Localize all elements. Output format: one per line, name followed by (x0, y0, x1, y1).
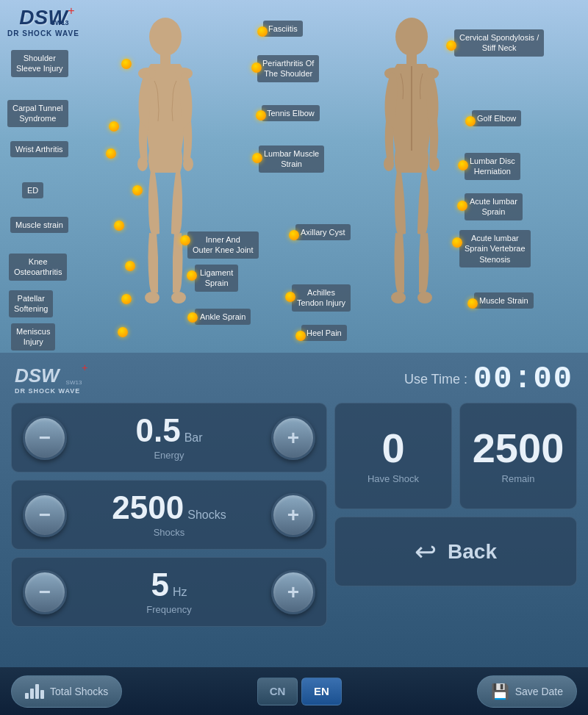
energy-value: 0.5 (135, 414, 180, 447)
chart-bar-3 (35, 684, 39, 699)
save-date-button[interactable]: 💾 Save Date (477, 675, 577, 708)
frequency-number-row: 5 Hz (151, 569, 187, 601)
total-shocks-label: Total Shocks (50, 686, 108, 697)
shocks-unit: Shocks (187, 509, 226, 522)
frequency-minus-button[interactable]: − (23, 570, 67, 614)
remain-label: Remain (502, 473, 535, 484)
dot-patellar-softening (121, 294, 132, 304)
frequency-unit: Hz (173, 586, 187, 599)
save-date-label: Save Date (515, 686, 563, 697)
svg-point-5 (183, 157, 193, 171)
top-logo: DSW + SW13 Dr Shock Wave (7, 7, 79, 37)
svg-point-15 (391, 292, 406, 303)
frequency-plus-button[interactable]: + (271, 570, 315, 614)
bottom-logo-sw13: SW13 (66, 379, 82, 386)
label-patellar-softening: PatellarSoftening (9, 290, 53, 317)
label-axillary-cyst: Axillary Cyst (295, 224, 351, 240)
logo-subtitle: Dr Shock Wave (7, 29, 79, 37)
frequency-value-area: 5 Hz Frequency (78, 569, 260, 615)
shocks-minus-button[interactable]: − (23, 493, 67, 537)
shocks-value-area: 2500 Shocks Shocks (78, 492, 260, 538)
bottom-logo: DSW + SW13 Dr Shock Wave (15, 364, 80, 395)
shocks-plus-button[interactable]: + (271, 493, 315, 537)
dot-cervical-spondylosis (446, 40, 456, 51)
shocks-value: 2500 (112, 492, 184, 524)
logo-sw13: SW13 (51, 19, 69, 26)
dot-muscle-strain-l (114, 220, 124, 231)
left-controls: − 0.5 Bar Energy + − 2500 Shocks (11, 403, 327, 645)
label-heel-pain: Heel Pain (301, 325, 347, 341)
back-button[interactable]: ↩ Back (334, 517, 577, 586)
svg-point-12 (384, 157, 394, 171)
control-panel: DSW + SW13 Dr Shock Wave Use Time : 00:0… (0, 353, 588, 715)
dot-inner-outer-knee (180, 235, 190, 245)
bar-chart-icon (25, 684, 44, 699)
energy-minus-button[interactable]: − (23, 416, 67, 460)
lang-cn-button[interactable]: CN (257, 678, 298, 705)
dot-muscle-strain-r (467, 298, 478, 309)
energy-label: Energy (154, 450, 184, 461)
bottom-logo-text: DSW (15, 364, 60, 387)
chart-bar-4 (40, 690, 44, 699)
back-arrow-icon: ↩ (415, 536, 437, 567)
svg-point-6 (145, 292, 159, 303)
label-golf-elbow: Golf Elbow (472, 110, 521, 126)
energy-value-area: 0.5 Bar Energy (78, 414, 260, 461)
use-time-value: 00:00 (473, 362, 573, 397)
label-meniscus-injury: MeniscusInjury (11, 323, 55, 351)
shocks-label: Shocks (154, 527, 185, 538)
svg-point-13 (429, 157, 440, 171)
have-shock-box: 0 Have Shock (334, 403, 452, 509)
svg-point-7 (171, 292, 186, 303)
bottom-logo-plus: + (82, 362, 87, 373)
dot-lumbar-muscle-strain (252, 153, 262, 163)
shocks-number-row: 2500 Shocks (112, 492, 226, 524)
energy-plus-button[interactable]: + (271, 416, 315, 460)
frequency-row: − 5 Hz Frequency + (11, 557, 327, 627)
anatomy-diagram: DSW + SW13 Dr Shock Wave ShoulderSleeve … (0, 0, 588, 353)
label-acute-lumbar-stenosis: Acute lumbarSprain VertebraeStenosis (459, 230, 531, 267)
controls-area: − 0.5 Bar Energy + − 2500 Shocks (0, 403, 588, 645)
dot-acute-lumbar-sprain (457, 201, 467, 211)
shocks-row: − 2500 Shocks Shocks + (11, 480, 327, 550)
label-carpal-tunnel: Carpal TunnelSyndrome (7, 100, 68, 127)
remain-value: 2500 (473, 428, 564, 469)
right-panels: 0 Have Shock 2500 Remain ↩ Back (334, 403, 577, 645)
total-shocks-button[interactable]: Total Shocks (11, 675, 122, 708)
dot-acute-lumbar-stenosis (452, 237, 462, 248)
dot-tennis-elbow (256, 110, 266, 121)
label-knee-osteoarthritis: KneeOsteoarthritis (9, 254, 67, 281)
dot-ankle-sprain (187, 312, 198, 323)
label-ankle-sprain: Ankle Sprain (195, 309, 251, 325)
svg-point-0 (149, 18, 182, 56)
floppy-disk-icon: 💾 (491, 683, 509, 700)
dot-lumbar-disc (458, 160, 468, 170)
have-shock-label: Have Shock (368, 473, 419, 484)
use-time-label: Use Time : (404, 372, 467, 387)
label-shoulder-sleeve: ShoulderSleeve Injury (11, 50, 68, 77)
frequency-value: 5 (151, 569, 168, 601)
dot-golf-elbow (465, 116, 476, 126)
lang-en-button[interactable]: EN (301, 678, 342, 705)
label-muscle-strain-l: Muscle strain (10, 217, 68, 233)
svg-point-8 (395, 18, 428, 56)
dot-fasciitis (257, 26, 268, 37)
label-tennis-elbow: Tennis Elbow (262, 105, 320, 121)
back-label: Back (448, 540, 497, 564)
dot-ed (132, 185, 143, 195)
label-inner-outer-knee: Inner AndOuter Knee Joint (187, 231, 259, 259)
label-cervical-spondylosis: Cervical Spondylosis /Stiff Neck (454, 29, 544, 57)
dot-ligament-sprain (187, 270, 197, 281)
label-wrist-arthritis: Wrist Arthritis (10, 141, 68, 157)
remain-box: 2500 Remain (459, 403, 577, 509)
dot-meniscus-injury (118, 327, 128, 337)
frequency-label: Frequency (146, 604, 191, 615)
dot-achilles-tendon (285, 292, 295, 302)
logo-plus: + (68, 4, 74, 18)
label-muscle-strain-r: Muscle Strain (474, 292, 534, 309)
label-lumbar-disc: Lumbar DiscHerniation (465, 153, 520, 180)
label-acute-lumbar-sprain: Acute lumbarSprain (465, 193, 523, 220)
shock-displays: 0 Have Shock 2500 Remain (334, 403, 577, 509)
language-group: CN EN (257, 678, 342, 705)
panel-header: DSW + SW13 Dr Shock Wave Use Time : 00:0… (0, 353, 588, 403)
